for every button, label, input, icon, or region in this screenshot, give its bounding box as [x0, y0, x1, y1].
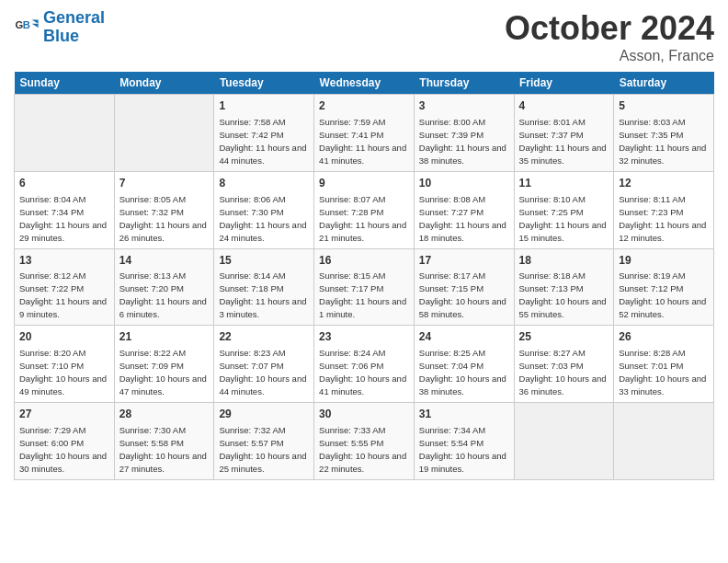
day-info: Sunrise: 7:30 AMSunset: 5:58 PMDaylight:… — [119, 425, 207, 474]
day-number: 23 — [319, 329, 409, 345]
calendar-cell: 11 Sunrise: 8:10 AMSunset: 7:25 PMDaylig… — [514, 171, 614, 248]
day-number: 6 — [19, 176, 109, 191]
day-info: Sunrise: 8:00 AMSunset: 7:39 PMDaylight:… — [419, 117, 506, 166]
calendar-cell: 19 Sunrise: 8:19 AMSunset: 7:12 PMDaylig… — [614, 248, 714, 326]
calendar-cell — [514, 403, 614, 480]
calendar-cell: 17 Sunrise: 8:17 AMSunset: 7:15 PMDaylig… — [414, 248, 514, 326]
calendar-cell: 21 Sunrise: 8:22 AMSunset: 7:09 PMDaylig… — [114, 326, 214, 403]
calendar-week-1: 1 Sunrise: 7:58 AMSunset: 7:42 PMDayligh… — [15, 95, 714, 172]
calendar-cell — [15, 95, 115, 172]
day-number: 9 — [319, 176, 409, 191]
calendar-cell: 22 Sunrise: 8:23 AMSunset: 7:07 PMDaylig… — [214, 326, 314, 403]
calendar-cell: 13 Sunrise: 8:12 AMSunset: 7:22 PMDaylig… — [15, 248, 115, 326]
svg-marker-2 — [32, 19, 39, 23]
day-number: 28 — [119, 407, 210, 422]
logo: G B General Blue — [14, 9, 105, 46]
day-number: 20 — [19, 329, 109, 345]
day-info: Sunrise: 7:59 AMSunset: 7:41 PMDaylight:… — [319, 117, 406, 166]
day-number: 17 — [419, 253, 509, 269]
day-info: Sunrise: 8:20 AMSunset: 7:10 PMDaylight:… — [19, 348, 107, 396]
day-info: Sunrise: 8:23 AMSunset: 7:07 PMDaylight:… — [219, 348, 306, 396]
calendar-week-5: 27 Sunrise: 7:29 AMSunset: 6:00 PMDaylig… — [15, 403, 714, 480]
day-info: Sunrise: 8:14 AMSunset: 7:18 PMDaylight:… — [219, 270, 306, 319]
calendar-week-4: 20 Sunrise: 8:20 AMSunset: 7:10 PMDaylig… — [15, 326, 714, 403]
day-info: Sunrise: 8:15 AMSunset: 7:17 PMDaylight:… — [319, 270, 406, 319]
location: Asson, France — [505, 48, 714, 64]
day-info: Sunrise: 8:28 AMSunset: 7:01 PMDaylight:… — [619, 348, 706, 396]
weekday-header-sunday: Sunday — [15, 72, 115, 95]
calendar-cell: 2 Sunrise: 7:59 AMSunset: 7:41 PMDayligh… — [314, 95, 415, 172]
day-number: 24 — [419, 329, 509, 345]
calendar-cell: 15 Sunrise: 8:14 AMSunset: 7:18 PMDaylig… — [214, 248, 314, 326]
calendar-cell: 30 Sunrise: 7:33 AMSunset: 5:55 PMDaylig… — [314, 403, 415, 480]
day-number: 10 — [419, 176, 509, 191]
calendar-cell: 23 Sunrise: 8:24 AMSunset: 7:06 PMDaylig… — [314, 326, 415, 403]
logo-icon: G B — [14, 15, 40, 40]
calendar-cell: 10 Sunrise: 8:08 AMSunset: 7:27 PMDaylig… — [414, 171, 514, 248]
day-info: Sunrise: 8:08 AMSunset: 7:27 PMDaylight:… — [419, 194, 506, 243]
title-block: October 2024 Asson, France — [505, 9, 714, 64]
calendar-cell: 18 Sunrise: 8:18 AMSunset: 7:13 PMDaylig… — [514, 248, 614, 326]
calendar-week-2: 6 Sunrise: 8:04 AMSunset: 7:34 PMDayligh… — [15, 171, 714, 248]
calendar-week-3: 13 Sunrise: 8:12 AMSunset: 7:22 PMDaylig… — [15, 248, 714, 326]
calendar-cell: 9 Sunrise: 8:07 AMSunset: 7:28 PMDayligh… — [314, 171, 415, 248]
day-number: 3 — [419, 98, 509, 114]
day-info: Sunrise: 8:11 AMSunset: 7:23 PMDaylight:… — [619, 194, 706, 243]
day-info: Sunrise: 8:10 AMSunset: 7:25 PMDaylight:… — [519, 194, 607, 243]
day-number: 5 — [619, 98, 709, 114]
calendar-cell: 12 Sunrise: 8:11 AMSunset: 7:23 PMDaylig… — [614, 171, 714, 248]
calendar-cell: 24 Sunrise: 8:25 AMSunset: 7:04 PMDaylig… — [414, 326, 514, 403]
day-number: 19 — [619, 253, 709, 269]
day-info: Sunrise: 8:22 AMSunset: 7:09 PMDaylight:… — [119, 348, 207, 396]
day-number: 7 — [119, 176, 210, 191]
day-number: 27 — [19, 407, 109, 422]
day-info: Sunrise: 8:12 AMSunset: 7:22 PMDaylight:… — [19, 270, 107, 319]
calendar-cell: 14 Sunrise: 8:13 AMSunset: 7:20 PMDaylig… — [114, 248, 214, 326]
day-number: 4 — [519, 98, 609, 114]
day-number: 29 — [219, 407, 309, 422]
calendar-cell: 25 Sunrise: 8:27 AMSunset: 7:03 PMDaylig… — [514, 326, 614, 403]
weekday-header-friday: Friday — [514, 72, 614, 95]
day-info: Sunrise: 8:04 AMSunset: 7:34 PMDaylight:… — [19, 194, 107, 243]
day-info: Sunrise: 8:13 AMSunset: 7:20 PMDaylight:… — [119, 270, 207, 319]
calendar-cell: 5 Sunrise: 8:03 AMSunset: 7:35 PMDayligh… — [614, 95, 714, 172]
calendar-cell — [114, 95, 214, 172]
day-info: Sunrise: 7:29 AMSunset: 6:00 PMDaylight:… — [19, 425, 107, 474]
weekday-header-wednesday: Wednesday — [314, 72, 415, 95]
day-number: 25 — [519, 329, 609, 345]
calendar-cell: 16 Sunrise: 8:15 AMSunset: 7:17 PMDaylig… — [314, 248, 415, 326]
calendar-cell: 4 Sunrise: 8:01 AMSunset: 7:37 PMDayligh… — [514, 95, 614, 172]
day-number: 14 — [119, 253, 210, 269]
day-info: Sunrise: 8:06 AMSunset: 7:30 PMDaylight:… — [219, 194, 306, 243]
calendar-cell: 7 Sunrise: 8:05 AMSunset: 7:32 PMDayligh… — [114, 171, 214, 248]
weekday-header-monday: Monday — [114, 72, 214, 95]
day-info: Sunrise: 8:01 AMSunset: 7:37 PMDaylight:… — [519, 117, 607, 166]
calendar-cell: 27 Sunrise: 7:29 AMSunset: 6:00 PMDaylig… — [15, 403, 115, 480]
day-info: Sunrise: 8:17 AMSunset: 7:15 PMDaylight:… — [419, 270, 506, 319]
day-number: 30 — [319, 407, 409, 422]
month-title: October 2024 — [505, 9, 714, 48]
calendar-cell: 3 Sunrise: 8:00 AMSunset: 7:39 PMDayligh… — [414, 95, 514, 172]
logo-blue: Blue — [43, 27, 79, 45]
day-number: 15 — [219, 253, 309, 269]
day-number: 8 — [219, 176, 309, 191]
day-info: Sunrise: 7:32 AMSunset: 5:57 PMDaylight:… — [219, 425, 306, 474]
svg-marker-3 — [32, 24, 39, 28]
day-number: 26 — [619, 329, 709, 345]
calendar-cell: 29 Sunrise: 7:32 AMSunset: 5:57 PMDaylig… — [214, 403, 314, 480]
calendar-cell: 26 Sunrise: 8:28 AMSunset: 7:01 PMDaylig… — [614, 326, 714, 403]
day-info: Sunrise: 8:05 AMSunset: 7:32 PMDaylight:… — [119, 194, 207, 243]
weekday-header-thursday: Thursday — [414, 72, 514, 95]
svg-text:G: G — [15, 19, 23, 30]
calendar-cell: 28 Sunrise: 7:30 AMSunset: 5:58 PMDaylig… — [114, 403, 214, 480]
page-header: G B General Blue October 2024 Asson, Fra… — [14, 9, 714, 64]
day-number: 1 — [219, 98, 309, 114]
day-number: 2 — [319, 98, 409, 114]
day-info: Sunrise: 8:19 AMSunset: 7:12 PMDaylight:… — [619, 270, 706, 319]
day-info: Sunrise: 7:58 AMSunset: 7:42 PMDaylight:… — [219, 117, 306, 166]
weekday-header-tuesday: Tuesday — [214, 72, 314, 95]
day-info: Sunrise: 8:03 AMSunset: 7:35 PMDaylight:… — [619, 117, 706, 166]
calendar-cell — [614, 403, 714, 480]
calendar-cell: 20 Sunrise: 8:20 AMSunset: 7:10 PMDaylig… — [15, 326, 115, 403]
logo-text: General Blue — [43, 9, 105, 46]
